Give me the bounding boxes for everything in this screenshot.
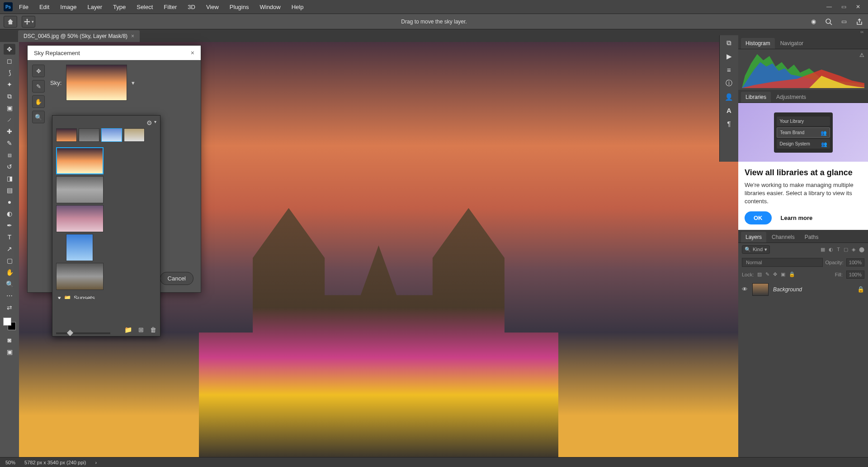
dialog-zoom-tool[interactable]: 🔍 xyxy=(32,111,45,123)
dialog-close[interactable]: × xyxy=(191,49,194,56)
hand-tool[interactable]: ✋ xyxy=(4,267,15,278)
layer-kind-filter[interactable]: 🔍 Kind ▾ xyxy=(742,245,770,254)
filter-type-icon[interactable]: T xyxy=(837,247,840,252)
foreground-color[interactable] xyxy=(3,318,11,326)
document-tab-close[interactable]: × xyxy=(131,33,134,39)
menu-type[interactable]: Type xyxy=(108,2,130,12)
tab-paths[interactable]: Paths xyxy=(800,232,823,243)
document-tab[interactable]: DSC_0045.jpg @ 50% (Sky, Layer Mask/8) × xyxy=(18,30,140,42)
move-tool[interactable]: ✥ xyxy=(4,44,15,55)
strip-icon-1[interactable]: ⧉ xyxy=(726,39,731,47)
lock-trans-icon[interactable]: ▨ xyxy=(757,271,762,277)
strip-icon-4[interactable]: ⓘ xyxy=(726,79,732,88)
layer-name[interactable]: Background xyxy=(773,286,802,293)
preset-settings-icon[interactable]: ⚙ xyxy=(146,119,152,126)
panel-collapse-toggle[interactable]: ‹‹ xyxy=(738,29,868,36)
sky-dropdown-toggle[interactable]: ▾ xyxy=(132,79,138,86)
tab-navigator[interactable]: Navigator xyxy=(776,38,808,49)
window-close[interactable]: ✕ xyxy=(852,2,864,11)
filter-pixel-icon[interactable]: ▦ xyxy=(821,247,825,252)
strip-icon-7[interactable]: ¶ xyxy=(727,120,731,127)
search-icon[interactable] xyxy=(824,17,834,27)
workspace-icon[interactable]: ▭ xyxy=(839,17,849,27)
cancel-button[interactable]: Cancel xyxy=(160,272,193,285)
gradient-tool[interactable]: ▤ xyxy=(4,185,15,196)
more-tools[interactable]: ⋯ xyxy=(4,290,15,301)
menu-help[interactable]: Help xyxy=(287,2,308,12)
filter-smart-icon[interactable]: ◈ xyxy=(852,247,855,252)
strip-icon-3[interactable]: ≡ xyxy=(727,66,731,74)
dialog-brush-tool[interactable]: ✎ xyxy=(32,80,45,93)
strip-icon-2[interactable]: ▶ xyxy=(726,52,732,61)
path-tool[interactable]: ↗ xyxy=(4,243,15,254)
layer-visibility-icon[interactable]: 👁 xyxy=(742,286,748,293)
lock-position-icon[interactable]: ✥ xyxy=(773,271,777,277)
menu-view[interactable]: View xyxy=(202,2,223,12)
tab-layers[interactable]: Layers xyxy=(741,232,766,243)
share-icon[interactable] xyxy=(854,17,864,27)
history-brush-tool[interactable]: ↺ xyxy=(4,161,15,172)
tab-channels[interactable]: Channels xyxy=(767,232,799,243)
home-button[interactable] xyxy=(4,16,17,28)
quickmask-tool[interactable]: ◙ xyxy=(4,335,15,346)
menu-plugins[interactable]: Plugins xyxy=(225,2,254,12)
layer-row-background[interactable]: 👁 Background 🔒 xyxy=(738,280,868,299)
menu-image[interactable]: Image xyxy=(56,2,81,12)
wand-tool[interactable]: ✦ xyxy=(4,79,15,90)
pen-tool[interactable]: ✒ xyxy=(4,220,15,231)
crop-tool[interactable]: ⧉ xyxy=(4,91,15,102)
window-minimize[interactable]: — xyxy=(823,2,835,11)
layer-thumbnail[interactable] xyxy=(752,283,769,296)
opacity-value[interactable]: 100% xyxy=(846,258,864,266)
histogram-warning-icon[interactable]: ⚠ xyxy=(859,52,864,58)
eraser-tool[interactable]: ◨ xyxy=(4,173,15,184)
preset-new-icon[interactable]: ⊞ xyxy=(138,326,144,333)
strip-icon-6[interactable]: A xyxy=(726,107,731,114)
dialog-hand-tool[interactable]: ✋ xyxy=(32,95,45,108)
preset-item-3[interactable] xyxy=(56,205,104,232)
window-maximize[interactable]: ▭ xyxy=(837,2,850,11)
dialog-move-tool[interactable]: ✥ xyxy=(32,65,45,77)
menu-filter[interactable]: Filter xyxy=(159,2,181,12)
status-chevron[interactable]: › xyxy=(95,460,97,465)
filter-toggle[interactable]: ⬤ xyxy=(859,247,864,252)
recent-preset-4[interactable] xyxy=(124,128,145,142)
fill-value[interactable]: 100% xyxy=(846,271,864,279)
screenmode-tool[interactable]: ▣ xyxy=(4,346,15,357)
lasso-tool[interactable]: ⟆ xyxy=(4,67,15,78)
healing-tool[interactable]: ✚ xyxy=(4,126,15,137)
preset-item-5[interactable] xyxy=(56,263,104,290)
type-tool[interactable]: T xyxy=(4,232,15,243)
document-dimensions[interactable]: 5782 px x 3540 px (240 ppi) xyxy=(24,460,86,465)
move-tool-option[interactable]: ▾ xyxy=(22,16,35,28)
frame-tool[interactable]: ▣ xyxy=(4,103,15,113)
preset-list[interactable]: ▾ 📁 Sunsets xyxy=(56,145,156,299)
preset-import-icon[interactable]: 📁 xyxy=(124,326,132,333)
tab-libraries[interactable]: Libraries xyxy=(741,92,771,103)
color-swatch[interactable] xyxy=(3,318,16,330)
lock-artboard-icon[interactable]: ▣ xyxy=(781,271,785,277)
stamp-tool[interactable]: ⧇ xyxy=(4,149,15,160)
filter-shape-icon[interactable]: ▢ xyxy=(844,247,848,252)
preset-item-1[interactable] xyxy=(56,147,104,174)
shape-tool[interactable]: ▢ xyxy=(4,255,15,266)
lock-all-icon[interactable]: 🔒 xyxy=(789,271,795,277)
lock-pixels-icon[interactable]: ✎ xyxy=(765,271,769,277)
menu-file[interactable]: File xyxy=(14,2,33,12)
edit-toolbar[interactable]: ⇄ xyxy=(4,302,15,313)
strip-icon-5[interactable]: 👤 xyxy=(725,93,733,101)
menu-window[interactable]: Window xyxy=(255,2,285,12)
dodge-tool[interactable]: ◐ xyxy=(4,208,15,219)
preset-item-4[interactable] xyxy=(66,234,93,261)
preset-item-2[interactable] xyxy=(56,176,104,203)
libraries-ok-button[interactable]: OK xyxy=(745,211,772,224)
menu-select[interactable]: Select xyxy=(132,2,157,12)
preset-delete-icon[interactable]: 🗑 xyxy=(150,326,156,333)
menu-3d[interactable]: 3D xyxy=(183,2,200,12)
eyedropper-tool[interactable]: ⟋ xyxy=(4,114,15,125)
sky-preview-thumb[interactable] xyxy=(66,65,127,101)
recent-preset-3[interactable] xyxy=(101,128,122,142)
tab-histogram[interactable]: Histogram xyxy=(741,38,775,49)
marquee-tool[interactable]: ◻ xyxy=(4,56,15,66)
cloud-profile-icon[interactable]: ◉ xyxy=(808,17,818,27)
